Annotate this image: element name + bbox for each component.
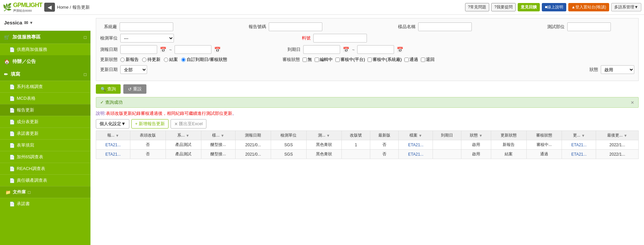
label-sample-name: 樣品名稱 <box>398 24 415 30</box>
doc-icon: 📄 <box>9 155 15 160</box>
expiry-date-end[interactable] <box>357 45 394 54</box>
search-icon: 🔍 <box>101 87 106 92</box>
sidebar-section-label: 文件庫 <box>13 189 26 195</box>
radio-new-report[interactable]: 新報告 <box>120 57 139 63</box>
personal-settings-button[interactable]: 個人化設定▼ <box>96 119 129 129</box>
close-button[interactable]: ✕ <box>631 100 634 105</box>
updater-link[interactable]: ETA21... <box>571 152 587 157</box>
calendar-icon-4[interactable]: 📅 <box>397 47 403 53</box>
checkbox-audit-platform[interactable]: 審核中(平台) <box>335 57 365 63</box>
test-unit-select[interactable]: --- <box>120 34 174 43</box>
sidebar-item-ca65[interactable]: 📄 加州65調查表 <box>0 151 90 163</box>
email-icon: ✉ <box>24 20 28 25</box>
radio-pending-update[interactable]: 待更新 <box>142 57 160 63</box>
label-test-unit: 檢測單位 <box>100 35 118 41</box>
filter-icon-last-update[interactable]: ▼ <box>624 134 627 138</box>
action-buttons: 🔍 查詢 ↺ 重設 <box>96 84 639 94</box>
sidebar-section-doc-lib[interactable]: 📁 文件庫 □ <box>0 186 90 198</box>
cell-rev-no <box>342 150 370 159</box>
col-head-update: 表頭改版 <box>130 131 166 140</box>
query-button[interactable]: 🔍 查詢 <box>96 84 121 94</box>
doc-icon: 📄 <box>9 96 15 101</box>
success-message: ✓ 查詢成功 <box>100 99 123 105</box>
sidebar-item-report-update[interactable]: 📄 報告更新 <box>0 104 90 116</box>
sidebar-item-reach[interactable]: 📄 REACH調查表 <box>0 163 90 174</box>
sidebar-section-value-added[interactable]: 🛒 加值服務專區 □ <box>0 31 90 44</box>
sidebar-item-supplier-value[interactable]: 📄 供應商加值服務 <box>0 44 90 55</box>
audit-status-checkboxes: 無 編輯中 審核中(平台) 審核中(系統廠) 通過 退回 <box>303 57 435 63</box>
file-link[interactable]: ETA21... <box>408 143 424 147</box>
filter-icon-sample[interactable]: ▼ <box>220 134 224 138</box>
sample-name-input[interactable] <box>418 22 472 31</box>
manufacturer-input[interactable] <box>120 22 173 31</box>
opinion-button[interactable]: 意見回饋 <box>518 3 540 11</box>
radio-custom[interactable]: 自訂到期日/審核狀態 <box>181 57 227 63</box>
updater-link[interactable]: ETA21... <box>571 143 587 147</box>
sidebar-section-pending[interactable]: 🏠 待辦／公告 <box>0 55 90 68</box>
report-link[interactable]: ETA21... <box>106 143 121 147</box>
filter-icon-manufacturer[interactable]: ▼ <box>186 134 189 138</box>
cell-report-no: ETA21... <box>96 140 130 150</box>
sidebar-section-fill[interactable]: ✏ 填寫 □ <box>0 68 90 81</box>
radio-closed[interactable]: 結案 <box>164 57 178 63</box>
calendar-icon-1[interactable]: 📅 <box>160 47 167 53</box>
sidebar-item-series[interactable]: 📄 系列名稱調查 <box>0 81 90 92</box>
status-select[interactable]: 啟用 停用 全部 <box>601 65 634 74</box>
user-info[interactable]: Jessica ✉ ▾ <box>0 15 90 31</box>
cell-head-update: 否 <box>130 150 166 159</box>
col-audit-status: 審核狀態 <box>526 131 562 140</box>
sidebar-item-commitment-doc[interactable]: 📄 承諾書 <box>0 198 90 210</box>
table-row: ETA21... 否 產品測試 醚型接... 2021/0... SGS 黑色膏… <box>96 150 639 159</box>
login-button[interactable]: ▲登入置站台(唯讀) <box>568 3 609 11</box>
reset-button[interactable]: ↺ 重設 <box>123 84 146 94</box>
checkbox-rejected[interactable]: 退回 <box>421 57 435 63</box>
online-help-button[interactable]: ■線上說明 <box>542 3 566 11</box>
breadcrumb-home[interactable]: Home <box>57 5 69 10</box>
ask-button[interactable]: ?我要提問 <box>491 3 516 11</box>
report-date-end[interactable] <box>175 45 211 54</box>
add-report-button[interactable]: + 新增報告更新 <box>131 119 169 129</box>
folder-icon: 📁 <box>5 190 11 195</box>
cell-update-status: 結案 <box>491 150 526 159</box>
filter-icon-report[interactable]: ▼ <box>116 134 119 138</box>
form-row-5: 更新日期 全部 狀態 啟用 停用 全部 <box>100 65 634 74</box>
faq-button[interactable]: ?常見問題 <box>465 3 490 11</box>
update-date-select[interactable]: 全部 <box>120 65 147 74</box>
filter-icon-status[interactable]: ▼ <box>479 134 482 138</box>
col-test-date: 測報日期 <box>236 131 271 140</box>
report-no-input[interactable] <box>269 22 322 31</box>
test-dept-input[interactable] <box>567 22 611 31</box>
sidebar-item-commitment[interactable]: 📄 承諾書更新 <box>0 128 90 139</box>
back-button[interactable]: ◀ <box>44 3 55 12</box>
calendar-icon-3[interactable]: 📅 <box>343 47 349 53</box>
expiry-date-start[interactable] <box>303 45 340 54</box>
report-link[interactable]: ETA21... <box>106 152 121 157</box>
sidebar-item-ingredient[interactable]: 📄 成分表更新 <box>0 116 90 128</box>
checkbox-audit-manufacturer[interactable]: 審核中(系統廠) <box>368 57 402 63</box>
sidebar-item-mcd[interactable]: 📄 MCD表格 <box>0 92 90 104</box>
label-expiry-date: 到期日 <box>284 47 301 53</box>
filter-icon-test-dept[interactable]: ▼ <box>326 134 330 138</box>
sidebar-item-label: REACH調查表 <box>17 166 45 172</box>
col-test-dept: 測... ▼ <box>306 131 342 140</box>
filter-icon-file[interactable]: ▼ <box>418 134 422 138</box>
checkbox-editing[interactable]: 編輯中 <box>315 57 333 63</box>
export-excel-button[interactable]: ✕ 匯出至Excel <box>171 119 206 129</box>
sidebar-item-responsibility[interactable]: 📄 責任礦產調查表 <box>0 174 90 186</box>
checkbox-none[interactable]: 無 <box>303 57 312 63</box>
calendar-icon-2[interactable]: 📅 <box>214 47 221 53</box>
info-highlight: 表頭改版更新紀錄審核通過後，相同紀錄可繼續進行測試部位更新 <box>106 111 232 116</box>
report-date-start[interactable] <box>120 45 157 54</box>
cell-rev-no: 1 <box>342 140 370 150</box>
lang-button[interactable]: 多語系管理▼ <box>611 3 641 11</box>
material-no-input[interactable] <box>313 34 367 43</box>
form-row-3: 測報日期 📅 ~ 📅 到期日 📅 ~ 📅 <box>100 45 634 54</box>
file-link[interactable]: ETA21... <box>408 152 424 157</box>
checkbox-approved[interactable]: 通過 <box>404 57 418 63</box>
reset-icon: ↺ <box>128 87 132 92</box>
sidebar-item-label: 責任礦產調查表 <box>17 177 47 183</box>
cell-status: 啟用 <box>461 150 491 159</box>
doc-icon: 📄 <box>9 108 15 113</box>
filter-icon-updater[interactable]: ▼ <box>581 134 585 138</box>
sidebar-item-form-fill[interactable]: 📄 表單填寫 <box>0 139 90 151</box>
